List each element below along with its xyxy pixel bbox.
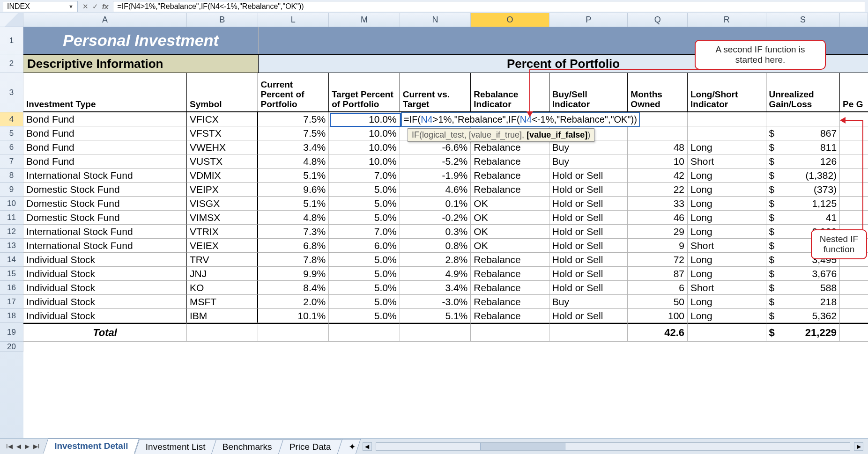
cell-Q18[interactable]: 100 (628, 309, 688, 323)
row-header-5[interactable]: 5 (0, 126, 23, 140)
row-header-6[interactable]: 6 (0, 140, 23, 154)
cell-S4[interactable] (766, 112, 840, 126)
cell-B5[interactable]: VFSTX (187, 126, 258, 140)
scroll-thumb[interactable] (480, 443, 565, 450)
row-header-8[interactable]: 8 (0, 168, 23, 183)
cell-L10[interactable]: 5.1% (258, 197, 329, 211)
cell-O11[interactable]: OK (471, 211, 549, 225)
cell-M12[interactable]: 7.0% (329, 225, 400, 239)
cell-S17[interactable]: $218 (766, 295, 840, 309)
cell-L13[interactable]: 6.8% (258, 239, 329, 253)
cell-A15[interactable]: Individual Stock (23, 267, 187, 281)
total-M[interactable] (329, 323, 400, 342)
cell-N18[interactable]: 5.1% (400, 309, 471, 323)
row-header-12[interactable]: 12 (0, 225, 23, 239)
cell-Q15[interactable]: 87 (628, 267, 688, 281)
section-descriptive[interactable]: Descriptive Information (23, 54, 259, 73)
total-T[interactable] (840, 323, 868, 342)
cell-P14[interactable]: Hold or Sell (549, 253, 628, 267)
cell-R18[interactable]: Long (688, 309, 766, 323)
cell-M17[interactable]: 5.0% (329, 295, 400, 309)
cell-O18[interactable]: Rebalance (471, 309, 549, 323)
cell-A14[interactable]: Individual Stock (23, 253, 187, 267)
cell-L5[interactable]: 7.5% (258, 126, 329, 140)
cell-A17[interactable]: Individual Stock (23, 295, 187, 309)
cell-P6[interactable]: Buy (549, 140, 628, 154)
cell-O13[interactable]: OK (471, 239, 549, 253)
cell-B16[interactable]: KO (187, 281, 258, 295)
cell-S11[interactable]: $41 (766, 211, 840, 225)
cell-L9[interactable]: 9.6% (258, 183, 329, 197)
hdr-target-pct[interactable]: Target Percent of Portfolio (329, 73, 400, 112)
cell-S18[interactable]: $5,362 (766, 309, 840, 323)
cell-T17[interactable] (840, 295, 868, 309)
hdr-rebalance[interactable]: Rebalance Indicator (471, 73, 549, 112)
scroll-left-icon[interactable]: ◀ (363, 442, 372, 451)
total-P[interactable] (549, 323, 628, 342)
cell-L7[interactable]: 4.8% (258, 154, 329, 168)
scroll-right-icon[interactable]: ▶ (854, 442, 863, 451)
editing-cell-O4[interactable]: =IF(N4>1%,"Rebalance",IF(N4<-1%,"Rebalan… (401, 112, 640, 127)
row-header-9[interactable]: 9 (0, 183, 23, 197)
select-all-corner[interactable] (0, 13, 23, 27)
cell-O6[interactable]: Rebalance (471, 140, 549, 154)
cell-M5[interactable]: 10.0% (329, 126, 400, 140)
cell-B7[interactable]: VUSTX (187, 154, 258, 168)
cell-S7[interactable]: $126 (766, 154, 840, 168)
hdr-unrealized[interactable]: Unrealized Gain/Loss (766, 73, 840, 112)
cell-B9[interactable]: VEIPX (187, 183, 258, 197)
cell-M8[interactable]: 7.0% (329, 168, 400, 183)
col-header-Q[interactable]: Q (628, 13, 688, 27)
nav-last-icon[interactable]: ▶I (32, 442, 41, 451)
hdr-current-pct[interactable]: Current Percent of Portfolio (258, 73, 329, 112)
cell-T9[interactable] (840, 183, 868, 197)
cell-P12[interactable]: Hold or Sell (549, 225, 628, 239)
total-Q[interactable]: 42.6 (628, 323, 688, 342)
cell-P11[interactable]: Hold or Sell (549, 211, 628, 225)
col-header-N[interactable]: N (400, 13, 471, 27)
cell-M14[interactable]: 5.0% (329, 253, 400, 267)
row-header-14[interactable]: 14 (0, 253, 23, 267)
hdr-long-short[interactable]: Long/Short Indicator (688, 73, 766, 112)
cell-L14[interactable]: 7.8% (258, 253, 329, 267)
cell-B8[interactable]: VDMIX (187, 168, 258, 183)
cell-N10[interactable]: 0.1% (400, 197, 471, 211)
col-header-T[interactable] (840, 13, 868, 27)
dropdown-icon[interactable]: ▼ (68, 4, 74, 9)
total-O[interactable] (471, 323, 549, 342)
cell-T15[interactable] (840, 267, 868, 281)
title-cell[interactable]: Personal Investment (23, 27, 259, 54)
col-header-O[interactable]: O (471, 13, 549, 27)
cell-S16[interactable]: $588 (766, 281, 840, 295)
scroll-track[interactable] (376, 442, 850, 451)
cell-A11[interactable]: Domestic Stock Fund (23, 211, 187, 225)
cell-N8[interactable]: -1.9% (400, 168, 471, 183)
cell-B12[interactable]: VTRIX (187, 225, 258, 239)
cell-O12[interactable]: OK (471, 225, 549, 239)
cell-Q13[interactable]: 9 (628, 239, 688, 253)
cell-B18[interactable]: IBM (187, 309, 258, 323)
cell-R9[interactable]: Long (688, 183, 766, 197)
cell-P17[interactable]: Buy (549, 295, 628, 309)
cell-Q10[interactable]: 33 (628, 197, 688, 211)
cell-L8[interactable]: 5.1% (258, 168, 329, 183)
cell-B4[interactable]: VFICX (187, 112, 258, 126)
cell-R15[interactable]: Long (688, 267, 766, 281)
cell-L12[interactable]: 7.3% (258, 225, 329, 239)
cell-L6[interactable]: 3.4% (258, 140, 329, 154)
hdr-buy-sell[interactable]: Buy/Sell Indicator (549, 73, 628, 112)
tab-investment-list[interactable]: Investment List (134, 439, 217, 454)
cell-M7[interactable]: 10.0% (329, 154, 400, 168)
cell-A12[interactable]: International Stock Fund (23, 225, 187, 239)
cell-S5[interactable]: $867 (766, 126, 840, 140)
cell-O9[interactable]: Rebalance (471, 183, 549, 197)
total-L[interactable] (258, 323, 329, 342)
cell-L4[interactable]: 7.5% (258, 112, 329, 126)
cell-Q6[interactable]: 48 (628, 140, 688, 154)
cell-P13[interactable]: Hold or Sell (549, 239, 628, 253)
cell-N14[interactable]: 2.8% (400, 253, 471, 267)
total-S[interactable]: $21,229 (766, 323, 840, 342)
row-header-4[interactable]: 4 (0, 112, 23, 126)
cell-O17[interactable]: Rebalance (471, 295, 549, 309)
total-B[interactable] (187, 323, 258, 342)
